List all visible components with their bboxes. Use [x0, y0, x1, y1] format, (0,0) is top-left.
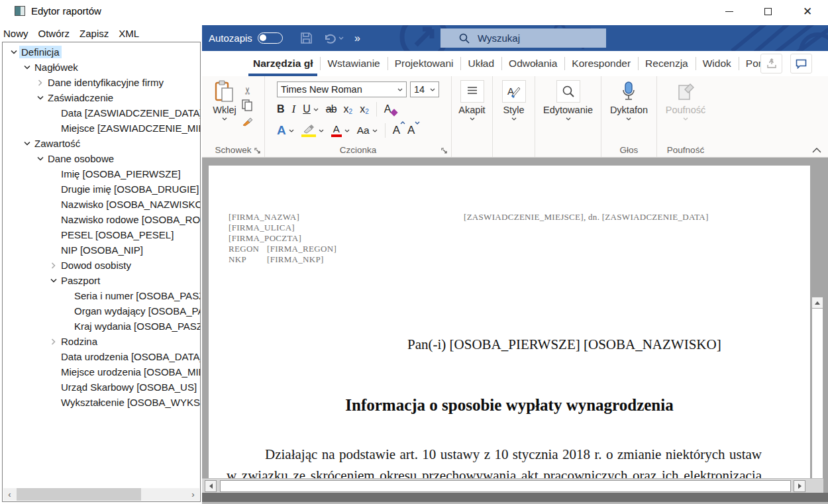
scroll-right-icon[interactable] — [794, 480, 805, 492]
document-vertical-scrollbar[interactable] — [811, 297, 823, 504]
tree-item[interactable]: Rodzina — [3, 334, 200, 349]
tree-item[interactable]: NIP [OSOBA_NIP] — [3, 242, 200, 258]
font-color-button[interactable]: A — [331, 124, 350, 137]
tree-item-label[interactable]: Nazwisko rodowe [OSOBA_ROD — [59, 213, 201, 226]
chevron-collapsed-icon[interactable] — [38, 79, 42, 86]
menu-item[interactable]: Zapisz — [79, 28, 109, 39]
cut-icon[interactable]: ✂ — [242, 83, 254, 95]
italic-button[interactable]: I — [292, 103, 296, 116]
tree-item[interactable]: Organ wydający [OSOBA_PAS — [3, 303, 200, 319]
scroll-up-icon[interactable] — [812, 297, 823, 309]
bold-button[interactable]: B — [277, 103, 285, 115]
menu-item[interactable]: XML — [119, 28, 139, 39]
tree-item[interactable]: PESEL [OSOBA_PESEL] — [3, 227, 200, 242]
tree-item-label[interactable]: Kraj wydania [OSOBA_PASZP — [72, 320, 201, 332]
tree-item-label[interactable]: Miejsce [ZASWIADCZENIE_MIEJ — [59, 122, 201, 134]
chevron-expanded-icon[interactable] — [11, 50, 17, 54]
menu-item[interactable]: Nowy — [3, 28, 28, 39]
tree-item[interactable]: Miejsce urodzenia [OSOBA_MIE. — [3, 364, 200, 379]
tree-item[interactable]: Data urodzenia [OSOBA_DATA_ — [3, 349, 200, 364]
tree-item[interactable]: Dane osobowe — [3, 151, 200, 166]
tree-item-label[interactable]: Miejsce urodzenia [OSOBA_MIE. — [59, 366, 201, 378]
tree-item[interactable]: Miejsce [ZASWIADCZENIE_MIEJ — [3, 121, 200, 136]
copy-icon[interactable] — [242, 99, 252, 111]
format-painter-icon[interactable] — [242, 116, 254, 126]
editing-button[interactable]: Edytowanie — [543, 80, 593, 121]
minimize-button[interactable] — [714, 3, 745, 20]
tree-item-label[interactable]: Organ wydający [OSOBA_PAS — [72, 305, 201, 317]
chevron-expanded-icon[interactable] — [24, 141, 30, 146]
tree-item-label[interactable]: Urząd Skarbowy [OSOBA_US] — [59, 381, 199, 393]
chevron-expanded-icon[interactable] — [37, 95, 44, 100]
ribbon-tab[interactable]: Projektowani — [388, 51, 461, 76]
comments-button[interactable] — [790, 54, 812, 74]
tree-item[interactable]: Urząd Skarbowy [OSOBA_US] — [3, 379, 200, 395]
tree-item[interactable]: Nagłówek — [3, 60, 200, 75]
ribbon-tab[interactable]: Koresponder — [564, 51, 638, 76]
font-size-select[interactable]: 14 — [410, 81, 439, 97]
superscript-button[interactable]: x2 — [360, 103, 369, 115]
chevron-expanded-icon[interactable] — [50, 278, 57, 283]
search-box[interactable]: Wyszukaj — [440, 28, 606, 48]
chevron-collapsed-icon[interactable] — [51, 262, 56, 269]
clear-formatting-button[interactable]: A — [384, 103, 391, 115]
paragraph-button[interactable]: Akapit — [458, 80, 485, 121]
horizontal-scrollbar-thumb[interactable] — [220, 480, 791, 492]
document-page[interactable]: [FIRMA_NAZWA][FIRMA_ULICA][FIRMA_POCZTA]… — [209, 166, 810, 493]
tree-item-label[interactable]: Drugie imię [OSOBA_DRUGIE] — [59, 183, 201, 195]
ribbon-tab[interactable]: Narzędzia gł — [246, 51, 320, 76]
tree-item[interactable]: Dane identyfikacyjne firmy — [3, 75, 200, 90]
ribbon-tab[interactable]: Wstawianie — [320, 51, 387, 76]
strikethrough-button[interactable]: ab — [326, 103, 336, 115]
tree-item-label[interactable]: PESEL [OSOBA_PESEL] — [59, 228, 176, 241]
tree-item-label[interactable]: Zawartość — [32, 137, 82, 150]
tree-item-label[interactable]: Dowod osobisty — [59, 259, 133, 272]
ribbon-tab[interactable]: Odwołania — [501, 51, 564, 76]
autosave-toggle[interactable] — [258, 32, 283, 44]
tree-item-label[interactable]: NIP [OSOBA_NIP] — [59, 244, 145, 256]
sensitivity-button[interactable]: Poufność — [666, 80, 705, 121]
highlight-color-button[interactable] — [301, 125, 324, 137]
tree-horizontal-scrollbar[interactable]: ‹ › — [3, 488, 199, 501]
tree-item-label[interactable]: Zaświadczenie — [46, 91, 115, 104]
tree-item-label[interactable]: Dane identyfikacyjne firmy — [46, 76, 166, 89]
tree-item[interactable]: Drugie imię [OSOBA_DRUGIE] — [3, 181, 200, 197]
tree-item[interactable]: Zaświadczenie — [3, 90, 200, 105]
styles-button[interactable]: A Style — [502, 80, 526, 121]
tree-item[interactable]: Seria i numer [OSOBA_PASZP — [3, 288, 200, 303]
tree-scrollbar-thumb[interactable] — [17, 488, 141, 501]
tree-item[interactable]: Zawartość — [3, 136, 200, 151]
tree-item[interactable]: Nazwisko [OSOBA_NAZWISKO] — [3, 197, 200, 212]
paste-button[interactable]: Wklej — [213, 80, 236, 126]
tree-item-label[interactable]: Data urodzenia [OSOBA_DATA_ — [59, 350, 201, 363]
clipboard-dialog-launcher-icon[interactable] — [254, 148, 261, 154]
maximize-button[interactable] — [752, 3, 783, 20]
grow-font-button[interactable]: A — [393, 124, 400, 137]
close-button[interactable]: ✕ — [792, 3, 823, 20]
chevron-expanded-icon[interactable] — [24, 65, 30, 70]
tree-item-label[interactable]: Data [ZASWIADCZENIE_DATA] — [59, 107, 201, 119]
tree-item[interactable]: Wykształcenie [OSOBA_WYKSZT — [3, 395, 200, 410]
tree-item-label[interactable]: Nagłówek — [32, 61, 80, 74]
tree-item-label[interactable]: Definicja — [19, 46, 62, 58]
font-dialog-launcher-icon[interactable] — [441, 148, 448, 154]
tree-item-label[interactable]: Dane osobowe — [46, 152, 116, 165]
scroll-right-icon[interactable]: › — [187, 488, 199, 501]
ribbon-tab[interactable]: Recenzja — [638, 51, 696, 76]
tree-item-label[interactable]: Wykształcenie [OSOBA_WYKSZT — [59, 396, 201, 409]
tree-item[interactable]: Definicja — [3, 44, 200, 60]
dictate-button[interactable]: Dyktafon — [610, 80, 648, 121]
change-case-button[interactable]: Aa — [357, 125, 378, 136]
scroll-left-icon[interactable]: ‹ — [3, 488, 16, 501]
tree-item[interactable]: Nazwisko rodowe [OSOBA_ROD — [3, 212, 200, 227]
ribbon-tab[interactable]: Układ — [460, 51, 501, 76]
tree-item[interactable]: Dowod osobisty — [3, 258, 200, 273]
tree-item[interactable]: Kraj wydania [OSOBA_PASZP — [3, 319, 200, 334]
font-name-select[interactable]: Times New Roman — [277, 81, 407, 97]
tree-item[interactable]: Data [ZASWIADCZENIE_DATA] — [3, 105, 200, 121]
share-button[interactable] — [760, 54, 782, 74]
undo-icon[interactable] — [323, 32, 344, 44]
shrink-font-button[interactable]: A — [407, 124, 415, 137]
chevron-expanded-icon[interactable] — [37, 156, 44, 161]
menu-item[interactable]: Otwórz — [38, 28, 70, 39]
